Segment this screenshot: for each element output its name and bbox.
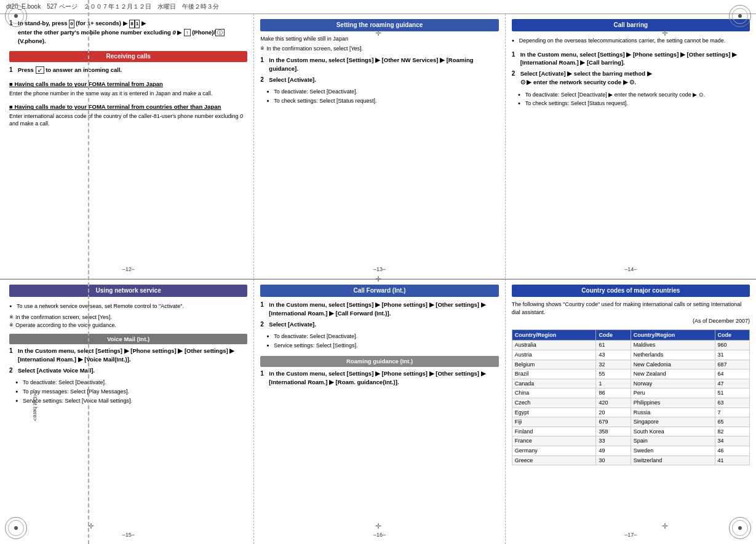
network-bullet-1: To use a network service overseas, set R… [9, 302, 247, 310]
step-receive-1: 1 Press ↙ to answer an incoming call. [9, 66, 247, 74]
roam-bullets: To deactivate: Select [Deactivate]. To c… [266, 88, 498, 106]
step-receive-content: Press ↙ to answer an incoming call. [18, 66, 122, 73]
country-intro: The following shows "Country code" used … [512, 301, 750, 316]
crosshair-top-center: ✛ [375, 29, 381, 37]
step-rg-1: 1 In the Custom menu, select [Settings] … [260, 369, 498, 387]
page-num-15: –15– [9, 527, 247, 539]
cf-bullets: To deactivate: Select [Deactivate]. Serv… [266, 333, 498, 350]
top-left-dot [14, 14, 18, 18]
barring-intro-bullet: Depending on the overseas telecommunicat… [512, 37, 750, 46]
col-country-1: Country/Region [512, 329, 596, 341]
table-cell: Spain [631, 436, 715, 446]
table-cell: 31 [715, 350, 749, 360]
header-bar: dt20_E.book 527 ページ ２００７年１２月１２日 水曜日 午後２時… [0, 0, 756, 14]
table-cell: 687 [715, 360, 749, 369]
table-cell: New Caledonia [631, 360, 715, 369]
vm-bullet-1: To deactivate: Select [Deactivate]. [15, 379, 247, 387]
top-left-inner-circle [8, 8, 24, 24]
table-cell: 32 [596, 360, 631, 369]
network-bullet-intro: To use a network service overseas, set R… [9, 302, 247, 312]
table-cell: Singapore [631, 417, 715, 427]
step-cf-2-content: Select [Activate]. [269, 321, 316, 328]
country-codes-title: Country codes of major countries [512, 285, 750, 297]
table-row: Greece30Switzerland41 [512, 455, 749, 465]
table-cell: Germany [512, 446, 596, 455]
table-cell: 55 [596, 369, 631, 379]
step-voicemail-2: 2 Select [Activate Voice Mail]. [9, 366, 247, 375]
panel-top-1: 1 In stand-by, press 0 (for 1+ seconds) … [0, 14, 254, 278]
table-cell: Philippines [631, 398, 715, 408]
table-cell: 46 [715, 446, 749, 455]
page-num-14: –14– [512, 262, 750, 274]
col-code-1: Code [596, 329, 631, 341]
step-roam-1-content: In the Custom menu, select [Settings] ▶ … [269, 57, 473, 72]
cut-here-label: <Cut here> [32, 393, 38, 421]
table-row: Czech420Philippines63 [512, 398, 749, 408]
table-row: Canada1Norway47 [512, 379, 749, 388]
text-from-other: Enter international access code of the c… [9, 112, 247, 128]
step-barring-1-content: In the Custom menu, select [Settings] ▶ … [520, 51, 737, 66]
table-cell: New Zealand [631, 369, 715, 379]
receiving-calls-title: Receiving calls [9, 51, 247, 62]
table-cell: Russia [631, 408, 715, 417]
table-cell: 63 [715, 398, 749, 408]
network-service-title: Using network service [9, 285, 247, 297]
cf-bullet-2: Service settings: Select [Settings]. [266, 342, 498, 350]
table-cell: 30 [596, 455, 631, 465]
table-cell: France [512, 436, 596, 446]
table-cell: South Korea [631, 427, 715, 436]
bottom-right-dot [738, 526, 742, 530]
step-voicemail-1: 1 In the Custom menu, select [Settings] … [9, 347, 247, 364]
roaming-int-title: Roaming guidance (Int.) [260, 356, 498, 366]
roaming-note1: In the confirmation screen, select [Yes]… [260, 45, 498, 53]
top-left-corner-circle [5, 5, 27, 27]
table-cell: 41 [715, 455, 749, 465]
table-cell: 7 [715, 408, 749, 417]
table-cell: 33 [596, 436, 631, 446]
step-cf-1-content: In the Custom menu, select [Settings] ▶ … [269, 301, 485, 317]
step-voicemail-1-content: In the Custom menu, select [Settings] ▶ … [18, 347, 234, 363]
left-dashed-separator-bottom [88, 264, 89, 544]
table-cell: 420 [596, 398, 631, 408]
table-cell: Egypt [512, 408, 596, 417]
table-cell: 51 [715, 388, 749, 398]
panel-top-2: Setting the roaming guidance Make this s… [254, 14, 505, 278]
call-forward-title: Call Forward (Int.) [260, 285, 498, 297]
voice-mail-title: Voice Mail (Int.) [9, 334, 247, 344]
step-receive-num: 1 [9, 66, 13, 74]
crosshair-bottom-center: ✛ [375, 522, 381, 530]
table-cell: Norway [631, 379, 715, 388]
col-code-2: Code [715, 329, 749, 341]
table-cell: Belgium [512, 360, 596, 369]
barring-bullet-2: To check settings: Select [Status reques… [518, 100, 750, 108]
table-cell: Netherlands [631, 350, 715, 360]
table-cell: 34 [715, 436, 749, 446]
heading-from-japan: ■ Having calls made to your FOMA termina… [9, 80, 247, 88]
table-cell: 86 [596, 388, 631, 398]
table-cell: 20 [596, 408, 631, 417]
table-cell: 64 [715, 369, 749, 379]
vm-bullet-3: Service settings: Select [Voice Mail set… [15, 397, 247, 405]
table-cell: Austria [512, 350, 596, 360]
crosshair-top-left: ✛ [88, 29, 94, 37]
table-cell: Czech [512, 398, 596, 408]
table-cell: Maldives [631, 341, 715, 350]
table-row: Belgium32New Caledonia687 [512, 360, 749, 369]
roam-bullet-1: To deactivate: Select [Deactivate]. [266, 88, 498, 96]
roam-bullet-2: To check settings: Select [Status reques… [266, 97, 498, 105]
table-cell: Australia [512, 341, 596, 350]
top-right-corner-circle [729, 5, 751, 27]
table-row: Australia61Maldives960 [512, 341, 749, 350]
crosshair-top-right: ✛ [662, 29, 668, 37]
panel-top-3: Call barring Depending on the overseas t… [506, 14, 756, 278]
top-right-dot [738, 14, 742, 18]
table-cell: 47 [715, 379, 749, 388]
table-cell: China [512, 388, 596, 398]
bottom-left-inner-circle [8, 520, 24, 536]
step-roam-2: 2 Select [Activate]. [260, 76, 498, 84]
col-country-2: Country/Region [631, 329, 715, 341]
bottom-right-inner-circle [732, 520, 748, 536]
voicemail-bullets: To deactivate: Select [Deactivate]. To p… [15, 379, 247, 406]
step-cf-1: 1 In the Custom menu, select [Settings] … [260, 301, 498, 318]
barring-bullets: To deactivate: Select [Deactivate] ▶ ent… [518, 91, 750, 109]
